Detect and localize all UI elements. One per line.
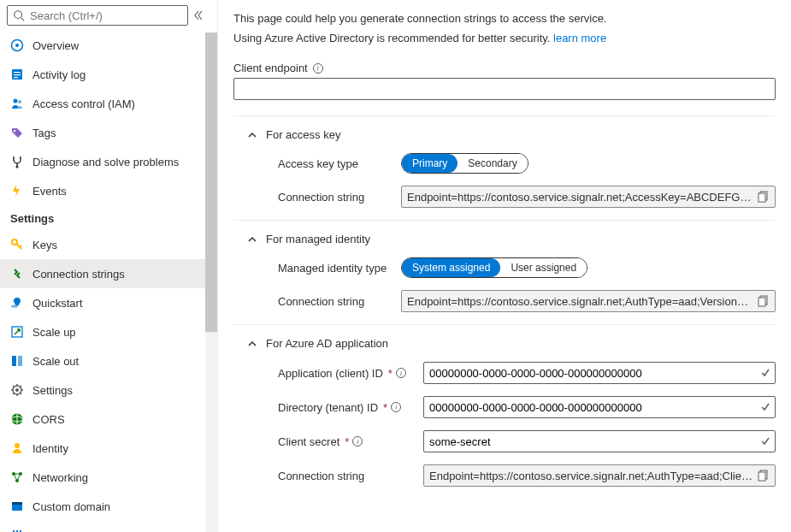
svg-rect-39: [759, 472, 765, 481]
sidebar-heading-settings: Settings: [0, 205, 205, 230]
sidebar-item-diagnose[interactable]: Diagnose and solve problems: [0, 147, 205, 176]
sidebar-item-keys[interactable]: Keys: [0, 230, 205, 259]
sidebar-item-networking[interactable]: Networking: [0, 463, 205, 492]
app-id-label: Application (client) ID: [278, 367, 383, 380]
diagnose-icon: [10, 155, 24, 168]
sidebar-item-label: Properties: [32, 529, 83, 533]
sidebar-item-label: Scale up: [32, 326, 76, 339]
sidebar-item-label: Events: [32, 185, 67, 198]
svg-rect-18: [12, 356, 16, 366]
access-key-type-toggle: Primary Secondary: [401, 153, 528, 174]
sidebar-item-cors[interactable]: CORS: [0, 405, 205, 434]
sidebar-item-scale-out[interactable]: Scale out: [0, 346, 205, 375]
sidebar-item-properties[interactable]: Properties: [0, 521, 205, 532]
info-icon[interactable]: i: [313, 63, 323, 74]
section-header-managed-identity[interactable]: For managed identity: [233, 233, 776, 245]
sidebar-item-tags[interactable]: Tags: [0, 118, 205, 147]
svg-rect-19: [18, 356, 22, 366]
properties-icon: [10, 529, 24, 532]
sidebar-item-custom-domain[interactable]: Custom domain: [0, 492, 205, 521]
access-key-conn-value: Endpoint=https://contoso.service.signalr…: [401, 186, 776, 208]
svg-rect-35: [759, 193, 765, 202]
search-box[interactable]: [7, 5, 188, 26]
svg-point-3: [15, 44, 19, 47]
svg-rect-30: [12, 502, 22, 505]
sidebar-item-settings[interactable]: Settings: [0, 375, 205, 405]
managed-identity-type-label: Managed identity type: [278, 262, 389, 275]
section-header-aad-app[interactable]: For Azure AD application: [233, 337, 776, 350]
managed-identity-type-row: Managed identity type System assigned Us…: [233, 257, 776, 278]
activity-log-icon: [10, 68, 24, 81]
sidebar-item-activity-log[interactable]: Activity log: [0, 60, 205, 89]
pill-secondary[interactable]: Secondary: [457, 154, 527, 173]
sidebar-item-identity[interactable]: Identity: [0, 434, 205, 463]
client-endpoint-field: Client endpoint i: [233, 62, 776, 100]
search-icon: [13, 9, 25, 21]
section-managed-identity: For managed identity Managed identity ty…: [233, 221, 776, 312]
sidebar-item-access-control[interactable]: Access control (IAM): [0, 89, 205, 118]
access-control-icon: [10, 97, 24, 110]
copy-icon[interactable]: [758, 470, 770, 482]
sidebar-item-overview[interactable]: Overview: [0, 31, 205, 60]
tenant-id-row: Directory (tenant) ID * i: [233, 396, 776, 418]
conn-string-label: Connection string: [278, 191, 389, 204]
section-title: For Azure AD application: [266, 337, 388, 350]
access-key-type-row: Access key type Primary Secondary: [233, 153, 776, 174]
sidebar-scrollbar[interactable]: [205, 33, 217, 532]
sidebar-item-quickstart[interactable]: Quickstart: [0, 288, 205, 317]
svg-point-25: [15, 443, 20, 448]
sidebar-item-label: Quickstart: [32, 297, 83, 310]
sidebar-item-label: Connection strings: [32, 268, 125, 281]
svg-point-8: [14, 99, 18, 103]
conn-string-value: Endpoint=https://contoso.service.signalr…: [407, 295, 753, 308]
sidebar-item-label: CORS: [32, 413, 65, 426]
sidebar-item-label: Access control (IAM): [32, 98, 135, 110]
svg-line-1: [21, 18, 25, 21]
checkmark-icon: [760, 436, 770, 446]
main-content: This page could help you generate connec…: [218, 0, 791, 532]
gear-icon: [10, 383, 24, 397]
conn-string-value: Endpoint=https://contoso.service.signalr…: [407, 191, 753, 204]
keys-icon: [10, 238, 24, 251]
learn-more-link[interactable]: learn more: [553, 32, 606, 44]
search-input[interactable]: [30, 9, 182, 22]
svg-point-16: [11, 305, 18, 308]
scale-up-icon: [10, 325, 24, 339]
sidebar-scrollbar-thumb[interactable]: [205, 33, 217, 332]
info-icon[interactable]: i: [396, 368, 406, 378]
conn-string-value: Endpoint=https://contoso.service.signalr…: [429, 470, 753, 482]
sidebar-item-label: Diagnose and solve problems: [32, 156, 179, 168]
client-secret-input[interactable]: [423, 430, 776, 452]
pill-primary[interactable]: Primary: [402, 154, 457, 173]
access-key-conn-row: Connection string Endpoint=https://conto…: [233, 186, 776, 208]
svg-point-12: [16, 166, 19, 168]
info-icon[interactable]: i: [352, 436, 363, 446]
required-indicator: *: [388, 367, 393, 380]
copy-icon[interactable]: [758, 295, 770, 307]
app-id-row: Application (client) ID * i: [233, 362, 776, 384]
collapse-sidebar-button[interactable]: [193, 10, 210, 21]
client-endpoint-input[interactable]: [233, 78, 776, 100]
managed-identity-conn-value: Endpoint=https://contoso.service.signalr…: [401, 290, 776, 312]
svg-point-9: [18, 100, 21, 103]
networking-icon: [10, 470, 24, 484]
tenant-id-input[interactable]: [423, 396, 776, 418]
sidebar-item-label: Activity log: [32, 68, 86, 81]
info-icon[interactable]: i: [391, 402, 401, 412]
app-id-input[interactable]: [423, 362, 776, 384]
pill-system-assigned[interactable]: System assigned: [402, 258, 500, 277]
client-secret-label: Client secret: [278, 435, 339, 448]
overview-icon: [10, 38, 24, 52]
sidebar-item-label: Tags: [32, 127, 56, 139]
copy-icon[interactable]: [758, 191, 770, 203]
sidebar-item-connection-strings[interactable]: Connection strings: [0, 259, 205, 288]
sidebar-item-scale-up[interactable]: Scale up: [0, 317, 205, 346]
managed-identity-type-toggle: System assigned User assigned: [401, 257, 587, 278]
tags-icon: [10, 126, 24, 139]
section-title: For access key: [266, 128, 340, 141]
pill-user-assigned[interactable]: User assigned: [500, 258, 587, 277]
sidebar-item-label: Networking: [32, 471, 88, 484]
section-header-access-key[interactable]: For access key: [233, 128, 776, 141]
sidebar-item-events[interactable]: Events: [0, 176, 205, 205]
required-indicator: *: [345, 435, 349, 448]
